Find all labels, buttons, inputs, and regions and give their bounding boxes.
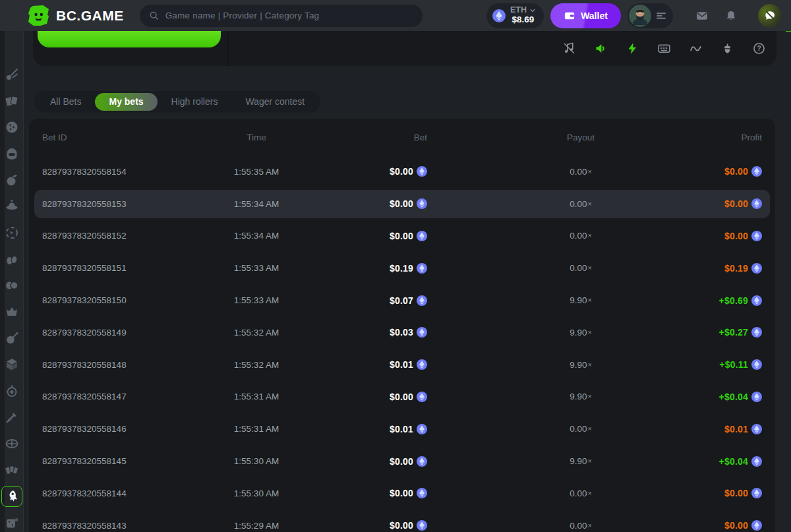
chat-toggle[interactable]	[758, 4, 782, 28]
sound-on-icon[interactable]	[594, 42, 608, 55]
table-row[interactable]: 82879378320558148 1:55:32 AM $0.01 9.90×…	[29, 349, 775, 381]
bet-id: 82879378320558145	[42, 456, 187, 466]
eth-coin-icon	[751, 327, 762, 338]
bet-payout: 0.00×	[427, 521, 676, 531]
bet-amount: $0.00	[326, 231, 427, 241]
rocket-game-icon[interactable]	[4, 488, 20, 504]
search-placeholder: Game name | Provider | Category Tag	[165, 11, 320, 20]
bet-profit: $0.00	[676, 231, 762, 241]
music-off-icon[interactable]	[562, 42, 576, 55]
table-row[interactable]: 82879378320558143 1:55:29 AM $0.00 0.00×…	[29, 510, 775, 532]
table-row[interactable]: 82879378320558152 1:55:34 AM $0.00 0.00×…	[29, 220, 775, 252]
wallet-icon	[564, 10, 575, 22]
bet-time: 1:55:35 AM	[187, 167, 326, 177]
tab-my-bets[interactable]: My bets	[95, 93, 157, 111]
wallet-button[interactable]: Wallet	[550, 3, 621, 28]
table-row[interactable]: 82879378320558149 1:55:32 AM $0.03 9.90×…	[29, 316, 775, 349]
crash-game-icon[interactable]	[4, 67, 20, 82]
tab-all-bets[interactable]: All Bets	[36, 93, 95, 111]
table-row[interactable]: 82879378320558144 1:55:30 AM $0.00 0.00×…	[29, 477, 775, 510]
wheel-game-icon[interactable]	[4, 436, 20, 452]
eth-coin-icon	[417, 166, 427, 177]
top-bar: BC.GAME Game name | Provider | Category …	[0, 0, 791, 31]
hotkeys-icon[interactable]	[657, 42, 671, 55]
bet-profit: +$0.04	[676, 392, 762, 402]
wallet-label: Wallet	[581, 11, 608, 21]
bet-payout: 9.90×	[427, 392, 676, 401]
eth-coin-icon	[417, 327, 427, 338]
profile-menu[interactable]	[628, 3, 673, 28]
bet-id: 82879378320558151	[42, 263, 187, 273]
bet-time: 1:55:30 AM	[187, 456, 326, 466]
vip-game-icon[interactable]	[4, 304, 20, 320]
header-right: ETH $8.69 Wallet	[486, 0, 782, 31]
help-icon[interactable]: ?	[752, 42, 766, 55]
bet-button[interactable]	[38, 31, 221, 47]
table-row[interactable]: 82879378320558153 1:55:34 AM $0.00 0.00×…	[29, 188, 775, 220]
bet-payout: 0.00×	[427, 167, 676, 177]
bet-payout: 0.00×	[427, 488, 676, 498]
helmet-game-icon[interactable]	[4, 146, 20, 162]
bet-amount: $0.00	[326, 520, 427, 531]
eth-coin-icon	[751, 166, 762, 177]
table-row[interactable]: 82879378320558146 1:55:31 AM $0.01 0.00×…	[29, 413, 775, 445]
bet-profit: $0.01	[676, 424, 762, 434]
mail-icon[interactable]	[695, 9, 709, 22]
bet-id: 82879378320558153	[42, 199, 187, 209]
table-row[interactable]: 82879378320558150 1:55:33 AM $0.07 9.90×…	[29, 284, 775, 316]
seeds-icon[interactable]	[720, 42, 734, 55]
bet-amount: $0.00	[326, 456, 427, 467]
eth-coin-icon	[417, 359, 427, 370]
bet-payout: 9.90×	[427, 456, 676, 466]
eth-coin-icon	[417, 231, 427, 241]
eggs-game-icon[interactable]	[4, 251, 20, 267]
search-input[interactable]: Game name | Provider | Category Tag	[140, 5, 423, 27]
bet-id: 82879378320558148	[42, 360, 187, 370]
table-row[interactable]: 82879378320558151 1:55:33 AM $0.19 0.00×…	[29, 252, 775, 284]
live-stats-icon[interactable]	[689, 42, 703, 55]
ufo-game-icon[interactable]	[4, 198, 20, 214]
bets-tabs: All BetsMy betsHigh rollersWager contest	[34, 91, 320, 113]
bet-amount: $0.01	[326, 424, 427, 434]
turbo-icon[interactable]	[626, 42, 639, 55]
chevron-down-icon	[529, 7, 536, 14]
bets-table: Bet ID Time Bet Payout Profit 8287937832…	[29, 119, 775, 532]
table-row[interactable]: 82879378320558154 1:55:35 AM $0.00 0.00×…	[29, 156, 775, 188]
col-bet-id: Bet ID	[42, 133, 187, 142]
tab-wager-contest[interactable]: Wager contest	[231, 93, 318, 111]
bet-payout: 0.00×	[427, 231, 676, 241]
eth-coin-icon	[417, 520, 427, 531]
sword-game-icon[interactable]	[4, 409, 20, 425]
brand-logo[interactable]: BC.GAME	[28, 5, 124, 26]
bet-id: 82879378320558152	[42, 231, 187, 241]
tab-high-rollers[interactable]: High rollers	[158, 93, 232, 111]
keno-game-icon[interactable]	[4, 383, 20, 399]
plinko-game-icon[interactable]	[4, 119, 20, 135]
eth-coin-icon	[751, 263, 762, 274]
bet-time: 1:55:34 AM	[187, 199, 326, 209]
cards-game-icon[interactable]	[4, 93, 20, 109]
eth-coin-icon	[751, 456, 762, 467]
bet-time: 1:55:31 AM	[187, 424, 326, 434]
game-toolbar: ?	[229, 31, 776, 66]
table-row[interactable]: 82879378320558145 1:55:30 AM $0.00 9.90×…	[29, 445, 775, 477]
coins-game-icon[interactable]	[4, 278, 20, 293]
wrecking-ball-game-icon[interactable]	[4, 330, 20, 346]
currency-selector[interactable]: ETH $8.69	[486, 3, 544, 28]
hand-cards-game-icon[interactable]	[4, 462, 20, 478]
bell-icon[interactable]	[724, 9, 738, 22]
eth-coin-icon	[417, 392, 427, 402]
fruit-game-icon[interactable]	[4, 172, 20, 188]
bet-id: 82879378320558143	[42, 521, 187, 531]
games-sidebar	[0, 31, 24, 532]
dice-game-icon[interactable]	[4, 515, 20, 531]
bet-profit: $0.00	[676, 198, 762, 209]
dice-box-game-icon[interactable]	[4, 357, 20, 372]
spin-game-icon[interactable]	[4, 225, 20, 241]
currency-code: ETH	[510, 6, 527, 15]
eth-coin-icon	[417, 488, 427, 498]
bet-amount: $0.00	[326, 392, 427, 402]
bet-payout: 0.00×	[427, 199, 676, 209]
bet-profit: $0.00	[676, 488, 762, 498]
table-row[interactable]: 82879378320558147 1:55:31 AM $0.00 9.90×…	[29, 381, 775, 413]
